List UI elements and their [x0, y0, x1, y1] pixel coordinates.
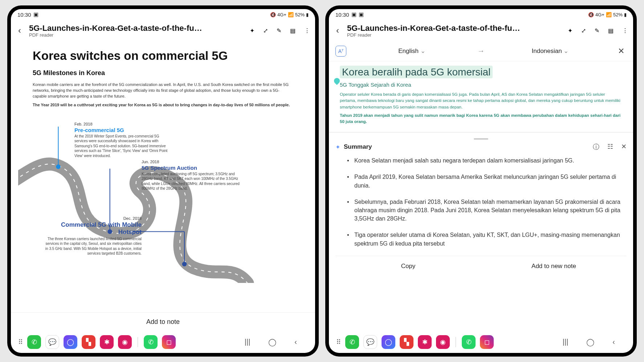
- drag-handle[interactable]: [474, 138, 488, 140]
- recents-button[interactable]: |||: [245, 338, 250, 346]
- info-icon[interactable]: ⓘ: [593, 143, 599, 151]
- event-date: Jun. 2018: [142, 160, 240, 164]
- instagram-app-icon[interactable]: ◻: [162, 335, 176, 349]
- phone-app-icon[interactable]: ✆: [345, 335, 359, 349]
- flipboard-app-icon[interactable]: ▚: [400, 335, 413, 349]
- camera-app-icon[interactable]: ◉: [436, 335, 450, 349]
- back-button[interactable]: ‹: [14, 25, 25, 36]
- expand-icon[interactable]: ⤢: [581, 27, 586, 34]
- status-bar: 10:30 ▣ 🔇 4G+ 📶 52% ▮: [11, 9, 315, 20]
- pdf-heading-1: Korea switches on commercial 5G: [33, 49, 293, 63]
- back-nav-button[interactable]: ‹: [612, 338, 615, 346]
- document-title: 5G-Launches-in-Korea-Get-a-taste-of-the-…: [29, 24, 246, 33]
- apps-grid-icon[interactable]: ⠿: [336, 338, 341, 346]
- timeline: Feb. 2018 Pre-commercial 5G At the 2018 …: [33, 119, 293, 275]
- ai-sparkle-icon[interactable]: ✦: [250, 27, 254, 34]
- camera-icon: ▣: [33, 11, 38, 18]
- translate-bar: Aᵀ English ⌄ → Indonesian ⌄ ✕: [329, 41, 633, 61]
- summary-item: Sebelumnya, pada Februari 2018, Korea Se…: [347, 198, 623, 223]
- expand-icon[interactable]: ⤢: [263, 27, 268, 34]
- mute-icon: 🔇: [588, 12, 594, 17]
- chevron-down-icon: ⌄: [420, 48, 425, 54]
- summary-item: Tiga operator seluler utama di Korea Sel…: [347, 231, 623, 247]
- event-name: Commercial 5G with Mobile Hotspot: [44, 221, 142, 236]
- messages-app-icon[interactable]: 💬: [363, 335, 377, 349]
- add-to-note-label: Add to note: [146, 318, 180, 326]
- document-subtitle: PDF reader: [29, 32, 246, 38]
- timeline-event-3: Dec. 2018 Commercial 5G with Mobile Hots…: [44, 216, 142, 256]
- flipboard-app-icon[interactable]: ▚: [82, 335, 95, 349]
- title-block: 5G-Launches-in-Korea-Get-a-taste-of-the-…: [29, 24, 246, 38]
- reader-icon[interactable]: ▤: [608, 27, 614, 34]
- battery-label: 52%: [295, 12, 305, 17]
- timeline-event-2: Jun. 2018 5G Spectrum Auction Korea comp…: [142, 160, 240, 191]
- browser-app-icon[interactable]: ◯: [64, 335, 77, 349]
- battery-icon: ▮: [624, 12, 627, 17]
- back-nav-button[interactable]: ‹: [294, 338, 297, 346]
- event-name: Pre-commercial 5G: [74, 127, 172, 133]
- recents-button[interactable]: |||: [563, 338, 568, 346]
- instagram-app-icon[interactable]: ◻: [480, 335, 494, 349]
- screen-right: 10:30 ▣ ▣ 🔇 4G+ 📶 52% ▮ ‹ 5G-Launches-in…: [329, 9, 633, 353]
- target-language-select[interactable]: Indonesian ⌄: [490, 47, 611, 55]
- messages-app-icon[interactable]: 💬: [45, 335, 59, 349]
- close-translate-button[interactable]: ✕: [616, 46, 627, 56]
- dock-apps: ✆ 💬 ◯ ▚ ✱ ◉ ✆ ◻: [27, 335, 176, 349]
- svg-point-6: [182, 262, 187, 266]
- nav-buttons: ||| ◯ ‹: [180, 338, 308, 346]
- add-new-note-button[interactable]: Add to new note: [481, 256, 627, 277]
- dock-apps: ✆ 💬 ◯ ▚ ✱ ◉ ✆ ◻: [345, 335, 494, 349]
- dock-divider: [138, 337, 138, 347]
- event-name: 5G Spectrum Auction: [142, 165, 240, 171]
- summary-list[interactable]: Korea Selatan menjadi salah satu negara …: [335, 156, 627, 256]
- ai-sparkle-icon[interactable]: ✦: [568, 27, 572, 34]
- timeline-event-1: Feb. 2018 Pre-commercial 5G At the 2018 …: [74, 122, 172, 159]
- pdf-content[interactable]: Korea switches on commercial 5G 5G Miles…: [11, 41, 315, 312]
- add-to-note-button[interactable]: Add to note: [11, 312, 315, 331]
- document-subtitle: PDF reader: [347, 32, 564, 38]
- edit-icon[interactable]: ✎: [595, 27, 599, 34]
- summary-actions: ⓘ ☷ ✕: [593, 143, 627, 151]
- summary-header: ✦ Summary ⓘ ☷ ✕: [335, 143, 627, 151]
- target-language-label: Indonesian: [532, 48, 562, 54]
- gallery-app-icon[interactable]: ✱: [100, 335, 114, 349]
- copy-button[interactable]: Copy: [335, 256, 481, 277]
- add-new-note-label: Add to new note: [531, 263, 576, 270]
- clock: 10:30: [17, 12, 31, 18]
- list-format-icon[interactable]: ☷: [607, 143, 613, 151]
- appbar-actions: ✦ ⤢ ✎ ▤ ⋮: [250, 27, 310, 34]
- copy-label: Copy: [401, 263, 416, 270]
- appbar-actions: ✦ ⤢ ✎ ▤ ⋮: [568, 27, 628, 34]
- status-bar: 10:30 ▣ ▣ 🔇 4G+ 📶 52% ▮: [329, 9, 633, 20]
- signal-icon: 📶: [288, 12, 294, 17]
- apps-grid-icon[interactable]: ⠿: [18, 338, 23, 346]
- whatsapp-app-icon[interactable]: ✆: [462, 335, 476, 349]
- source-language-label: English: [398, 48, 419, 54]
- translated-content[interactable]: Korea beralih pada 5G komersial 5G Tongg…: [329, 61, 633, 132]
- camera-app-icon[interactable]: ◉: [118, 335, 132, 349]
- signal-icon: 📶: [606, 12, 612, 17]
- close-summary-button[interactable]: ✕: [621, 143, 627, 151]
- summary-title: Summary: [344, 143, 589, 151]
- home-button[interactable]: ◯: [268, 338, 276, 346]
- summary-footer: Copy Add to new note: [335, 256, 627, 277]
- back-button[interactable]: ‹: [332, 25, 343, 36]
- more-icon[interactable]: ⋮: [304, 27, 310, 34]
- translate-icon[interactable]: Aᵀ: [335, 46, 346, 57]
- more-icon[interactable]: ⋮: [622, 27, 628, 34]
- gallery-app-icon[interactable]: ✱: [418, 335, 432, 349]
- home-button[interactable]: ◯: [586, 338, 594, 346]
- browser-app-icon[interactable]: ◯: [382, 335, 395, 349]
- battery-icon: ▮: [306, 12, 309, 17]
- reader-icon[interactable]: ▤: [290, 27, 295, 34]
- event-date: Dec. 2018: [44, 216, 142, 221]
- camera-icon: ▣: [359, 11, 364, 18]
- edit-icon[interactable]: ✎: [277, 27, 281, 34]
- mute-icon: 🔇: [270, 12, 276, 17]
- whatsapp-app-icon[interactable]: ✆: [144, 335, 158, 349]
- summary-panel: ✦ Summary ⓘ ☷ ✕ Korea Selatan menjadi sa…: [329, 132, 633, 331]
- swap-arrow-icon[interactable]: →: [477, 47, 485, 55]
- phone-app-icon[interactable]: ✆: [27, 335, 41, 349]
- device-right: 10:30 ▣ ▣ 🔇 4G+ 📶 52% ▮ ‹ 5G-Launches-in…: [325, 5, 637, 357]
- source-language-select[interactable]: English ⌄: [351, 47, 472, 55]
